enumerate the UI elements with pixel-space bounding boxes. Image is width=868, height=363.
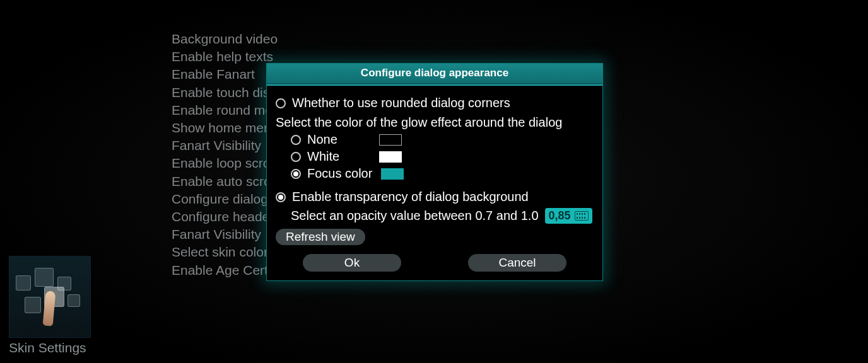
opacity-input[interactable]: 0,85 — [545, 208, 592, 224]
sidebar-preview: Skin Settings — [9, 256, 92, 355]
glow-option-focus[interactable]: Focus color — [291, 166, 594, 181]
cancel-button[interactable]: Cancel — [468, 254, 566, 272]
list-item[interactable]: Background video — [172, 30, 353, 48]
option-label: White — [307, 149, 370, 164]
checkbox-icon — [276, 98, 286, 108]
opacity-row: Select an opacity value between 0.7 and … — [291, 208, 594, 224]
divider — [267, 84, 602, 86]
refresh-view-button[interactable]: Refresh view — [276, 229, 365, 245]
color-swatch-white — [379, 151, 402, 163]
configure-dialog-appearance: Configure dialog appearance Whether to u… — [266, 63, 603, 281]
opacity-label: Select an opacity value between 0.7 and … — [291, 209, 539, 223]
radio-icon — [291, 169, 301, 179]
option-transparency[interactable]: Enable transparency of dialog background — [276, 190, 594, 204]
option-label: Whether to use rounded dialog corners — [292, 96, 510, 110]
ok-button[interactable]: Ok — [303, 254, 401, 272]
glow-option-white[interactable]: White — [291, 149, 594, 164]
opacity-value: 0,85 — [549, 209, 571, 222]
color-swatch-none — [379, 134, 402, 146]
checkbox-icon — [276, 192, 286, 202]
color-swatch-focus — [381, 168, 404, 180]
keyboard-icon — [575, 211, 589, 221]
page-title: Skin Settings — [9, 340, 92, 355]
touch-hand-icon — [43, 291, 56, 326]
glow-section-label: Select the color of the glow effect arou… — [276, 115, 594, 130]
radio-icon — [291, 152, 301, 162]
skin-thumbnail — [9, 256, 91, 338]
option-rounded-corners[interactable]: Whether to use rounded dialog corners — [276, 96, 594, 110]
option-label: Enable transparency of dialog background — [292, 190, 529, 204]
option-label: Focus color — [307, 166, 372, 181]
glow-option-none[interactable]: None — [291, 132, 594, 147]
option-label: None — [307, 132, 370, 147]
dialog-title: Configure dialog appearance — [267, 64, 602, 84]
radio-icon — [291, 135, 301, 145]
